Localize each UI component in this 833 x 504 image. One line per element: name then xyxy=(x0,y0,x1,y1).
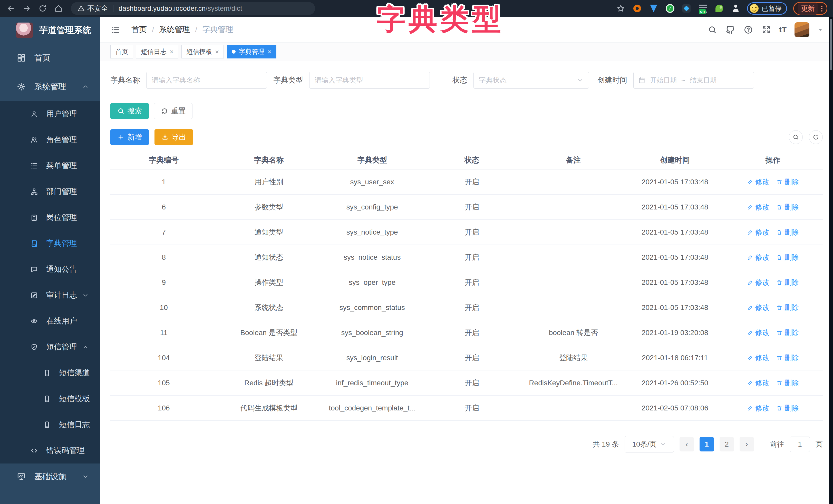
user-avatar[interactable] xyxy=(794,22,809,37)
breadcrumb-home[interactable]: 首页 xyxy=(132,24,147,35)
close-icon[interactable]: × xyxy=(170,48,173,55)
tab-sms-log[interactable]: 短信日志 × xyxy=(136,45,178,58)
dict-type-link[interactable]: inf_redis_timeout_type xyxy=(320,379,424,387)
delete-button[interactable]: 删除 xyxy=(776,378,799,388)
delete-button[interactable]: 删除 xyxy=(776,227,799,237)
sidebar-item-notice[interactable]: 通知公告 xyxy=(0,256,100,282)
bookmark-star-icon[interactable] xyxy=(616,3,626,14)
green-sprout-extension-icon[interactable] xyxy=(714,3,724,14)
list-extension-icon[interactable]: on xyxy=(698,3,708,14)
page-1-button[interactable]: 1 xyxy=(699,437,714,451)
next-page-button[interactable]: › xyxy=(740,437,754,451)
dict-type-link[interactable]: tool_codegen_template_t... xyxy=(320,404,424,412)
white-figure-extension-icon[interactable] xyxy=(731,3,741,14)
edit-button[interactable]: 修改 xyxy=(747,303,770,312)
dict-type-input[interactable] xyxy=(309,72,430,89)
delete-button[interactable]: 删除 xyxy=(776,403,799,413)
blue-gem-extension-icon[interactable] xyxy=(648,3,659,14)
search-button[interactable]: 搜索 xyxy=(110,103,149,119)
delete-button[interactable]: 删除 xyxy=(776,253,799,262)
edit-button[interactable]: 修改 xyxy=(747,227,770,237)
green-circle-extension-icon[interactable]: ✓ xyxy=(665,3,675,14)
edit-button[interactable]: 修改 xyxy=(747,177,770,187)
sidebar-item-dept-mgmt[interactable]: 部门管理 xyxy=(0,179,100,205)
add-button[interactable]: 新增 xyxy=(110,129,149,145)
scrollbar-thumb[interactable] xyxy=(830,19,832,70)
edit-button[interactable]: 修改 xyxy=(747,328,770,337)
delete-button[interactable]: 删除 xyxy=(776,353,799,363)
address-bar[interactable]: 不安全 dashboard.yudao.iocoder.cn/system/di… xyxy=(71,2,315,15)
forward-icon[interactable] xyxy=(22,3,32,14)
delete-button[interactable]: 删除 xyxy=(776,202,799,212)
edit-button[interactable]: 修改 xyxy=(747,403,770,413)
sidebar-item-sms-channel[interactable]: 短信渠道 xyxy=(0,360,100,386)
edit-button[interactable]: 修改 xyxy=(747,353,770,363)
delete-button[interactable]: 删除 xyxy=(776,328,799,337)
dict-type-link[interactable]: sys_notice_type xyxy=(320,228,424,236)
tab-home[interactable]: 首页 xyxy=(110,45,133,58)
date-range-picker[interactable]: 开始日期 ~ 结束日期 xyxy=(633,72,754,89)
page-scrollbar[interactable] xyxy=(829,17,833,504)
page-size-select[interactable]: 10条/页 xyxy=(625,436,674,452)
sidebar-item-label: 部门管理 xyxy=(46,186,77,197)
tab-sms-template[interactable]: 短信模板 × xyxy=(182,45,224,58)
table-refresh-button[interactable] xyxy=(809,130,823,144)
sidebar-item-menu-mgmt[interactable]: 菜单管理 xyxy=(0,153,100,179)
reload-icon[interactable] xyxy=(38,3,48,14)
dict-type-link[interactable]: sys_config_type xyxy=(320,203,424,211)
goto-page-input[interactable] xyxy=(790,436,810,452)
close-icon[interactable]: × xyxy=(215,48,219,55)
dict-type-link[interactable]: sys_login_result xyxy=(320,354,424,362)
orange-ring-extension-icon[interactable] xyxy=(632,3,642,14)
dict-type-link[interactable]: sys_oper_type xyxy=(320,278,424,286)
edit-button[interactable]: 修改 xyxy=(747,278,770,287)
dict-name-input[interactable] xyxy=(146,72,267,89)
delete-button[interactable]: 删除 xyxy=(776,278,799,287)
sidebar-item-sms-log[interactable]: 短信日志 xyxy=(0,412,100,437)
table-search-toggle-button[interactable] xyxy=(789,130,803,144)
github-icon[interactable] xyxy=(725,25,736,35)
sidebar-item-online-users[interactable]: 在线用户 xyxy=(0,308,100,334)
dict-type-link[interactable]: sys_notice_status xyxy=(320,253,424,261)
back-icon[interactable] xyxy=(6,3,16,14)
close-icon[interactable]: × xyxy=(267,48,271,55)
browser-menu-icon[interactable] xyxy=(821,6,823,11)
dict-type-link[interactable]: sys_user_sex xyxy=(320,178,424,186)
sidebar-item-role-mgmt[interactable]: 角色管理 xyxy=(0,127,100,153)
sidebar-item-sms-template[interactable]: 短信模板 xyxy=(0,386,100,412)
sidebar-item-infra[interactable]: 基础设施 xyxy=(0,463,100,490)
sidebar-item-dict-mgmt[interactable]: 字典管理 xyxy=(0,230,100,256)
edit-button[interactable]: 修改 xyxy=(747,378,770,388)
caret-down-icon[interactable] xyxy=(817,26,824,33)
status-select[interactable]: 字典状态 xyxy=(474,72,589,89)
edit-button[interactable]: 修改 xyxy=(747,202,770,212)
page-2-button[interactable]: 2 xyxy=(719,437,734,451)
browser-update-button[interactable]: 更新 xyxy=(793,2,827,15)
home-icon[interactable] xyxy=(53,3,64,14)
profile-chip[interactable]: 已暂停 xyxy=(747,2,787,15)
sidebar-item-home[interactable]: 首页 xyxy=(0,44,100,72)
export-button[interactable]: 导出 xyxy=(154,129,193,145)
help-icon[interactable] xyxy=(743,25,754,35)
reset-button[interactable]: 重置 xyxy=(154,103,192,119)
blue-diamond-extension-icon[interactable] xyxy=(681,3,692,14)
hamburger-icon[interactable] xyxy=(110,25,121,35)
sidebar-item-sms-mgmt[interactable]: 短信管理 xyxy=(0,334,100,360)
prev-page-button[interactable]: ‹ xyxy=(680,437,694,451)
sidebar-item-audit-log[interactable]: 审计日志 xyxy=(0,282,100,308)
breadcrumb-system[interactable]: 系统管理 xyxy=(159,24,190,35)
dict-type-link[interactable]: sys_common_status xyxy=(320,304,424,312)
sidebar-item-errcode-mgmt[interactable]: 错误码管理 xyxy=(0,437,100,463)
app-logo-row[interactable]: 芋道管理系统 xyxy=(0,17,100,44)
sidebar-item-post-mgmt[interactable]: 岗位管理 xyxy=(0,205,100,230)
font-size-icon[interactable]: tT xyxy=(779,25,787,34)
sidebar-item-system[interactable]: 系统管理 xyxy=(0,72,100,101)
dict-type-link[interactable]: sys_boolean_string xyxy=(320,329,424,337)
delete-button[interactable]: 删除 xyxy=(776,177,799,187)
edit-button[interactable]: 修改 xyxy=(747,253,770,262)
delete-button[interactable]: 删除 xyxy=(776,303,799,312)
search-icon[interactable] xyxy=(707,25,717,35)
sidebar-item-user-mgmt[interactable]: 用户管理 xyxy=(0,101,100,127)
fullscreen-icon[interactable] xyxy=(761,25,771,35)
tab-dict-mgmt[interactable]: 字典管理 × xyxy=(227,45,276,58)
